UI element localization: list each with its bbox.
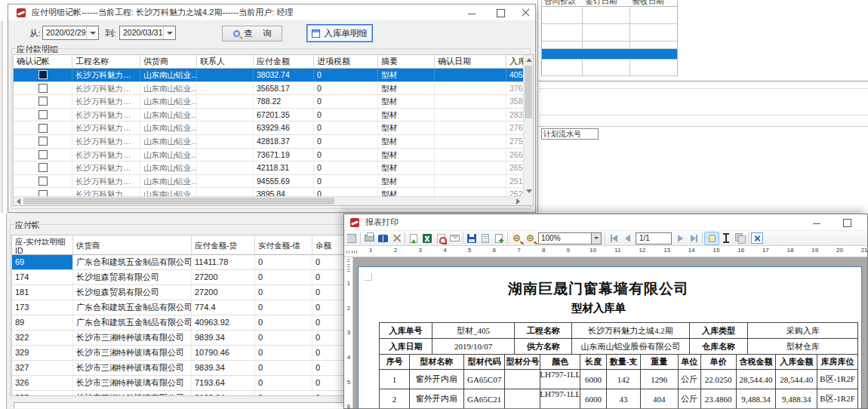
column-header[interactable]: 工程名称 — [72, 55, 140, 68]
contact-cell — [197, 149, 254, 161]
info-value: 采购入库 — [748, 323, 857, 338]
checkbox[interactable] — [38, 110, 48, 119]
window-titlebar[interactable]: 报表打印 — [344, 214, 867, 231]
to-date-combobox[interactable]: 2020/03/31 — [119, 26, 176, 40]
single-page-icon[interactable] — [479, 232, 492, 245]
scroll-down-icon[interactable] — [526, 189, 532, 193]
chevron-down-icon[interactable] — [591, 233, 601, 244]
chevron-down-icon[interactable] — [86, 26, 98, 39]
print-preview-area[interactable]: 湖南巨晟门窗幕墙有限公司 型材入库单 入库单号 型材_405 工程名称 长沙万科… — [353, 257, 867, 408]
cell — [542, 49, 583, 59]
minimize-icon[interactable] — [806, 216, 827, 229]
table-row[interactable] — [542, 24, 677, 42]
table-row[interactable] — [542, 60, 677, 76]
table-row[interactable]: 长沙万科魅力… 山东南山铝业… 42118.31 0 型材 265 — [14, 161, 525, 175]
checkbox[interactable] — [38, 150, 48, 159]
table-row[interactable]: 长沙万科魅力… 山东南山铝业… 788.22 0 型材 358 — [14, 95, 525, 109]
checkbox[interactable] — [38, 163, 48, 172]
column-header[interactable]: 应-实付款明细ID — [12, 235, 73, 254]
cell: 9,488.34 — [737, 389, 777, 408]
chevron-down-icon[interactable] — [163, 26, 175, 39]
last-page-icon[interactable] — [687, 232, 700, 245]
horizontal-scrollbar[interactable] — [14, 196, 523, 205]
table-row[interactable] — [542, 7, 677, 24]
amount-cell: 67201.35 — [254, 109, 314, 121]
payable-cell: 7193.64 — [192, 376, 255, 390]
zoom-out-icon[interactable] — [523, 232, 537, 245]
scroll-up-icon[interactable] — [526, 58, 532, 62]
column-header[interactable]: 应付金额-贷 — [192, 235, 255, 254]
checkbox[interactable] — [38, 124, 48, 133]
column-header: 单位 — [679, 355, 701, 369]
send-mail-icon[interactable] — [448, 232, 461, 245]
inbound-cell: 265 — [506, 161, 525, 174]
project-cell: 长沙万科魅力… — [72, 121, 140, 134]
checkbox[interactable] — [38, 177, 48, 186]
confirm-date-cell — [435, 69, 506, 81]
checkbox[interactable] — [38, 137, 48, 146]
copy-icon[interactable] — [733, 232, 746, 245]
table-row[interactable]: 长沙万科魅力… 山东南山铝业… 67201.35 0 型材 283 — [14, 109, 525, 122]
column-header[interactable]: 摘要 — [378, 55, 435, 68]
column-header[interactable]: 联系人 — [197, 55, 254, 68]
minimize-icon[interactable] — [461, 6, 482, 20]
checkbox[interactable] — [38, 97, 48, 106]
panel-toggle-icon[interactable] — [345, 232, 359, 245]
maximize-icon[interactable] — [836, 216, 857, 229]
checkbox[interactable] — [38, 84, 48, 93]
hand-tool-icon[interactable] — [704, 232, 719, 245]
column-header[interactable]: 应付金额 — [254, 55, 314, 68]
close-preview-icon[interactable] — [750, 232, 764, 245]
maximize-icon[interactable] — [490, 6, 511, 20]
print-icon[interactable] — [362, 232, 376, 245]
column-header[interactable]: 供货商 — [73, 235, 192, 254]
confirm-cell — [14, 175, 72, 188]
page-setup-icon[interactable] — [376, 232, 389, 245]
table-row[interactable]: 长沙万科魅力… 山东南山铝业… 38032.74 0 型材 405 — [14, 69, 525, 82]
table-row[interactable]: 长沙万科魅力… 山东南山铝业… 42818.37 0 型材 275 — [14, 135, 525, 149]
scroll-left-icon[interactable] — [17, 198, 20, 204]
scroll-right-icon[interactable] — [516, 198, 520, 204]
column-header[interactable]: 确认记帐 — [14, 55, 72, 68]
toolbar-separator — [605, 232, 605, 244]
checkbox[interactable] — [38, 70, 48, 79]
payable-cell: 40963.92 — [192, 315, 255, 330]
export-pdf-icon[interactable] — [434, 232, 448, 245]
first-page-icon[interactable] — [607, 232, 620, 245]
table-row[interactable]: 长沙万科魅力… 山东南山铝业… 35658.17 0 型材 376 — [14, 82, 525, 96]
table-row[interactable]: 长沙万科魅力… 山东南山铝业… 73671.19 0 型材 266 — [14, 149, 525, 162]
multi-page-icon[interactable] — [492, 232, 506, 245]
export-icon[interactable] — [407, 232, 420, 245]
column-header[interactable]: 实付金额-借 — [255, 235, 312, 254]
column-header[interactable]: 进项税额 — [314, 55, 378, 68]
text-select-icon[interactable] — [719, 232, 733, 245]
page-number-field[interactable]: 1/1 — [636, 232, 672, 244]
print-options-icon[interactable] — [389, 232, 403, 245]
next-page-icon[interactable] — [673, 232, 687, 245]
scrollbar-thumb[interactable] — [525, 66, 532, 118]
column-header[interactable]: 供货商 — [140, 55, 197, 68]
table-row[interactable] — [542, 49, 677, 60]
inbound-detail-button[interactable]: 入库单明细 — [306, 24, 373, 42]
export-excel-icon[interactable] — [420, 232, 434, 245]
close-icon[interactable] — [862, 216, 868, 229]
close-icon[interactable] — [515, 6, 536, 20]
zoom-in-icon[interactable] — [509, 232, 523, 245]
confirm-cell — [14, 135, 72, 148]
previous-page-icon[interactable] — [620, 232, 634, 245]
zoom-combobox[interactable]: 100% — [538, 232, 602, 244]
table-row[interactable]: 长沙万科魅力… 山东南山铝业… 94555.69 0 型材 251 — [14, 175, 525, 189]
save-icon[interactable] — [465, 232, 479, 245]
cell — [542, 7, 583, 23]
from-date-combobox[interactable]: 2020/02/29 — [42, 26, 99, 40]
column-header[interactable]: 确认日期 — [435, 55, 506, 68]
dialog-titlebar[interactable]: 应付明细记帐------当前工程: 长沙万科魅力之城4.2期------当前用户… — [8, 5, 535, 21]
table-row[interactable]: 长沙万科魅力… 山东南山铝业… 63929.46 0 型材 276 — [14, 121, 525, 135]
scrollbar-thumb[interactable] — [23, 198, 334, 204]
cell: LH797-1LL — [540, 389, 580, 408]
paid-cell: 0 — [255, 315, 312, 330]
column-header[interactable]: 入库 — [506, 55, 525, 68]
table-row[interactable] — [542, 42, 677, 49]
vertical-scrollbar[interactable] — [523, 55, 533, 196]
query-button[interactable]: 查 询 — [222, 26, 282, 42]
